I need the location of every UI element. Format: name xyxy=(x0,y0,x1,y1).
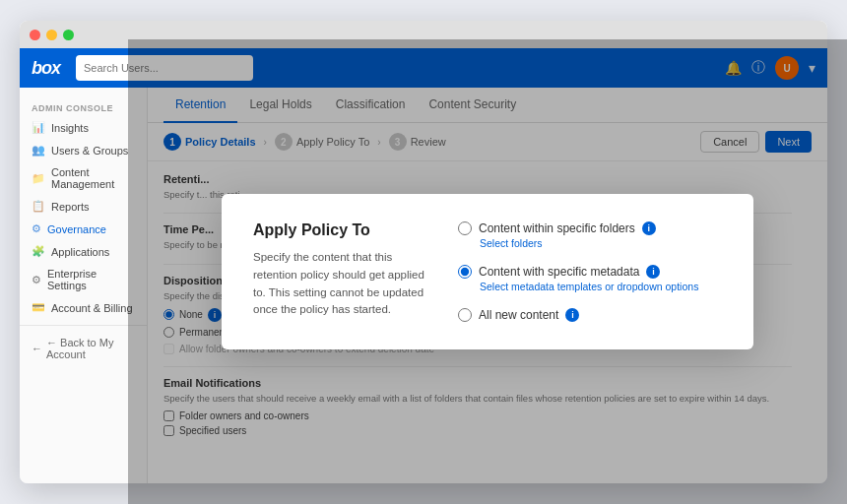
info-icon-metadata[interactable]: i xyxy=(646,265,660,279)
modal-left-content: Apply Policy To Specify the content that… xyxy=(253,221,430,322)
option-all-new-content-label: All new content xyxy=(479,308,558,322)
info-icon-all-new[interactable]: i xyxy=(565,308,579,322)
app-logo: box xyxy=(32,58,60,79)
back-label: ← Back to My Account xyxy=(46,337,135,360)
apply-policy-modal: Apply Policy To Specify the content that… xyxy=(222,194,753,349)
sidebar-item-label: Governance xyxy=(47,223,106,235)
billing-icon: 💳 xyxy=(32,301,45,314)
radio-all-new-content[interactable] xyxy=(458,308,472,322)
sidebar-item-label: Reports xyxy=(51,201,90,213)
info-icon-folders[interactable]: i xyxy=(642,221,656,235)
sidebar-item-label: Account & Billing xyxy=(51,302,133,314)
minimize-dot[interactable] xyxy=(46,30,57,40)
insights-icon: 📊 xyxy=(32,121,45,134)
sidebar-item-label: Enterprise Settings xyxy=(47,268,135,291)
reports-icon: 📋 xyxy=(32,200,45,213)
sidebar-item-label: Applications xyxy=(51,246,109,258)
option-specific-folders-sub[interactable]: Select folders xyxy=(458,237,722,249)
option-specific-folders: Content within specific folders i Select… xyxy=(458,221,722,249)
modal-description: Specify the content that this retention … xyxy=(253,249,430,319)
users-icon: 👥 xyxy=(32,144,45,157)
maximize-dot[interactable] xyxy=(63,30,74,40)
option-specific-folders-label: Content within specific folders xyxy=(479,221,635,235)
option-specific-metadata: Content with specific metadata i Select … xyxy=(458,265,722,292)
sidebar-item-label: Users & Groups xyxy=(51,145,128,157)
option-specific-metadata-row: Content with specific metadata i xyxy=(458,265,722,279)
sidebar-item-label: Insights xyxy=(51,122,89,134)
modal-title: Apply Policy To xyxy=(253,221,430,239)
modal-overlay[interactable]: Apply Policy To Specify the content that… xyxy=(148,88,827,483)
option-specific-folders-row: Content within specific folders i xyxy=(458,221,722,235)
radio-specific-folders[interactable] xyxy=(458,221,472,235)
sidebar-item-label: Content Management xyxy=(51,166,135,190)
modal-right-options: Content within specific folders i Select… xyxy=(458,221,722,322)
back-arrow-icon: ← xyxy=(32,343,42,354)
content-icon: 📁 xyxy=(32,172,45,185)
applications-icon: 🧩 xyxy=(32,245,45,258)
page-content: Retention Legal Holds Classification Con… xyxy=(148,88,827,483)
close-dot[interactable] xyxy=(30,30,40,40)
option-all-new-content-row: All new content i xyxy=(458,308,722,322)
option-specific-metadata-label: Content with specific metadata xyxy=(479,265,639,279)
option-specific-metadata-sub[interactable]: Select metadata templates or dropdown op… xyxy=(458,281,722,292)
governance-icon: ⚙ xyxy=(32,222,41,235)
radio-specific-metadata[interactable] xyxy=(458,265,472,279)
option-all-new-content: All new content i xyxy=(458,308,722,322)
enterprise-icon: ⚙ xyxy=(32,274,41,286)
